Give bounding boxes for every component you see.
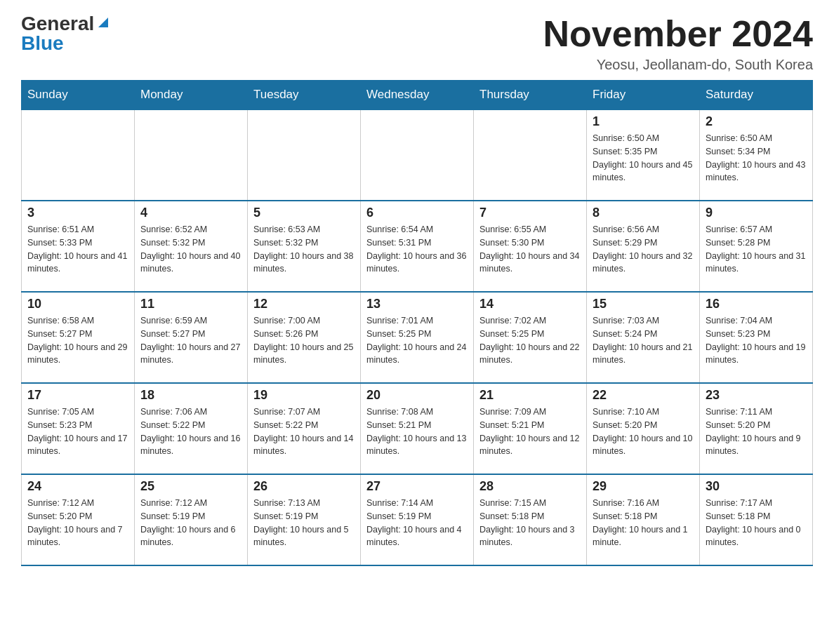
day-number: 11 — [140, 297, 241, 311]
day-number: 15 — [593, 297, 694, 311]
week-row-3: 10Sunrise: 6:58 AM Sunset: 5:27 PM Dayli… — [22, 292, 813, 383]
day-number: 21 — [479, 388, 581, 403]
day-number: 9 — [706, 206, 807, 220]
logo: General Blue — [21, 14, 111, 55]
weekday-header-monday: Monday — [135, 81, 248, 110]
calendar-cell — [248, 109, 361, 201]
day-info: Sunrise: 6:50 AM Sunset: 5:34 PM Dayligh… — [706, 132, 807, 185]
day-info: Sunrise: 7:01 AM Sunset: 5:25 PM Dayligh… — [366, 314, 468, 367]
day-number: 28 — [479, 479, 581, 494]
calendar-cell: 24Sunrise: 7:12 AM Sunset: 5:20 PM Dayli… — [22, 474, 135, 565]
day-number: 25 — [140, 479, 241, 494]
day-info: Sunrise: 7:00 AM Sunset: 5:26 PM Dayligh… — [253, 314, 355, 367]
month-title: November 2024 — [543, 14, 813, 54]
calendar-cell: 6Sunrise: 6:54 AM Sunset: 5:31 PM Daylig… — [361, 201, 474, 292]
week-row-1: 1Sunrise: 6:50 AM Sunset: 5:35 PM Daylig… — [22, 109, 813, 201]
day-info: Sunrise: 7:17 AM Sunset: 5:18 PM Dayligh… — [706, 497, 807, 549]
calendar-cell: 27Sunrise: 7:14 AM Sunset: 5:19 PM Dayli… — [361, 474, 474, 565]
calendar-cell: 18Sunrise: 7:06 AM Sunset: 5:22 PM Dayli… — [135, 383, 248, 474]
day-info: Sunrise: 7:14 AM Sunset: 5:19 PM Dayligh… — [366, 497, 468, 549]
day-info: Sunrise: 6:56 AM Sunset: 5:29 PM Dayligh… — [593, 223, 694, 276]
calendar-cell: 22Sunrise: 7:10 AM Sunset: 5:20 PM Dayli… — [587, 383, 700, 474]
calendar-cell: 25Sunrise: 7:12 AM Sunset: 5:19 PM Dayli… — [135, 474, 248, 565]
day-info: Sunrise: 7:12 AM Sunset: 5:20 PM Dayligh… — [27, 497, 128, 549]
calendar-cell: 30Sunrise: 7:17 AM Sunset: 5:18 PM Dayli… — [700, 474, 813, 565]
day-number: 30 — [706, 479, 807, 494]
day-info: Sunrise: 7:11 AM Sunset: 5:20 PM Dayligh… — [706, 405, 807, 458]
day-info: Sunrise: 7:07 AM Sunset: 5:22 PM Dayligh… — [253, 405, 355, 458]
day-info: Sunrise: 7:12 AM Sunset: 5:19 PM Dayligh… — [140, 497, 241, 549]
weekday-header-saturday: Saturday — [700, 81, 813, 110]
day-info: Sunrise: 7:05 AM Sunset: 5:23 PM Dayligh… — [27, 405, 128, 458]
calendar-cell — [361, 109, 474, 201]
day-number: 27 — [366, 479, 468, 494]
weekday-header-thursday: Thursday — [474, 81, 587, 110]
calendar-cell: 17Sunrise: 7:05 AM Sunset: 5:23 PM Dayli… — [22, 383, 135, 474]
calendar-cell: 16Sunrise: 7:04 AM Sunset: 5:23 PM Dayli… — [700, 292, 813, 383]
page-header: General Blue November 2024 Yeosu, Jeolla… — [21, 14, 813, 73]
calendar-cell: 9Sunrise: 6:57 AM Sunset: 5:28 PM Daylig… — [700, 201, 813, 292]
day-info: Sunrise: 7:08 AM Sunset: 5:21 PM Dayligh… — [366, 405, 468, 458]
day-info: Sunrise: 7:03 AM Sunset: 5:24 PM Dayligh… — [593, 314, 694, 367]
day-number: 7 — [479, 206, 581, 220]
day-info: Sunrise: 6:52 AM Sunset: 5:32 PM Dayligh… — [140, 223, 241, 276]
day-number: 5 — [253, 206, 355, 220]
day-number: 2 — [706, 114, 807, 129]
week-row-5: 24Sunrise: 7:12 AM Sunset: 5:20 PM Dayli… — [22, 474, 813, 565]
calendar-cell — [22, 109, 135, 201]
calendar-cell: 29Sunrise: 7:16 AM Sunset: 5:18 PM Dayli… — [587, 474, 700, 565]
calendar-cell — [474, 109, 587, 201]
day-info: Sunrise: 6:54 AM Sunset: 5:31 PM Dayligh… — [366, 223, 468, 276]
day-info: Sunrise: 7:09 AM Sunset: 5:21 PM Dayligh… — [479, 405, 581, 458]
day-number: 19 — [253, 388, 355, 403]
day-number: 4 — [140, 206, 241, 220]
day-info: Sunrise: 7:16 AM Sunset: 5:18 PM Dayligh… — [593, 497, 694, 549]
day-info: Sunrise: 7:06 AM Sunset: 5:22 PM Dayligh… — [140, 405, 241, 458]
day-number: 23 — [706, 388, 807, 403]
day-info: Sunrise: 6:59 AM Sunset: 5:27 PM Dayligh… — [140, 314, 241, 367]
calendar-cell: 3Sunrise: 6:51 AM Sunset: 5:33 PM Daylig… — [22, 201, 135, 292]
day-number: 17 — [27, 388, 128, 403]
calendar-cell: 28Sunrise: 7:15 AM Sunset: 5:18 PM Dayli… — [474, 474, 587, 565]
calendar-cell: 20Sunrise: 7:08 AM Sunset: 5:21 PM Dayli… — [361, 383, 474, 474]
weekday-header-row: SundayMondayTuesdayWednesdayThursdayFrid… — [22, 81, 813, 110]
calendar-cell: 8Sunrise: 6:56 AM Sunset: 5:29 PM Daylig… — [587, 201, 700, 292]
day-info: Sunrise: 6:50 AM Sunset: 5:35 PM Dayligh… — [593, 132, 694, 185]
day-number: 12 — [253, 297, 355, 311]
calendar-cell: 12Sunrise: 7:00 AM Sunset: 5:26 PM Dayli… — [248, 292, 361, 383]
day-number: 10 — [27, 297, 128, 311]
day-info: Sunrise: 7:04 AM Sunset: 5:23 PM Dayligh… — [706, 314, 807, 367]
day-info: Sunrise: 6:55 AM Sunset: 5:30 PM Dayligh… — [479, 223, 581, 276]
calendar-cell: 19Sunrise: 7:07 AM Sunset: 5:22 PM Dayli… — [248, 383, 361, 474]
day-info: Sunrise: 7:10 AM Sunset: 5:20 PM Dayligh… — [593, 405, 694, 458]
calendar-cell: 26Sunrise: 7:13 AM Sunset: 5:19 PM Dayli… — [248, 474, 361, 565]
day-number: 20 — [366, 388, 468, 403]
logo-general: General — [21, 14, 94, 34]
day-number: 18 — [140, 388, 241, 403]
logo-icon — [95, 15, 111, 30]
calendar-cell: 11Sunrise: 6:59 AM Sunset: 5:27 PM Dayli… — [135, 292, 248, 383]
day-number: 13 — [366, 297, 468, 311]
calendar-cell: 23Sunrise: 7:11 AM Sunset: 5:20 PM Dayli… — [700, 383, 813, 474]
day-number: 6 — [366, 206, 468, 220]
day-number: 8 — [593, 206, 694, 220]
title-area: November 2024 Yeosu, Jeollanam-do, South… — [543, 14, 813, 73]
day-info: Sunrise: 7:02 AM Sunset: 5:25 PM Dayligh… — [479, 314, 581, 367]
day-number: 29 — [593, 479, 694, 494]
calendar-cell: 4Sunrise: 6:52 AM Sunset: 5:32 PM Daylig… — [135, 201, 248, 292]
calendar-cell: 7Sunrise: 6:55 AM Sunset: 5:30 PM Daylig… — [474, 201, 587, 292]
week-row-2: 3Sunrise: 6:51 AM Sunset: 5:33 PM Daylig… — [22, 201, 813, 292]
week-row-4: 17Sunrise: 7:05 AM Sunset: 5:23 PM Dayli… — [22, 383, 813, 474]
weekday-header-sunday: Sunday — [22, 81, 135, 110]
day-info: Sunrise: 6:57 AM Sunset: 5:28 PM Dayligh… — [706, 223, 807, 276]
day-number: 26 — [253, 479, 355, 494]
day-number: 1 — [593, 114, 694, 129]
weekday-header-tuesday: Tuesday — [248, 81, 361, 110]
logo-blue: Blue — [21, 32, 64, 55]
day-info: Sunrise: 7:13 AM Sunset: 5:19 PM Dayligh… — [253, 497, 355, 549]
calendar-cell: 2Sunrise: 6:50 AM Sunset: 5:34 PM Daylig… — [700, 109, 813, 201]
calendar-cell: 13Sunrise: 7:01 AM Sunset: 5:25 PM Dayli… — [361, 292, 474, 383]
calendar-cell: 14Sunrise: 7:02 AM Sunset: 5:25 PM Dayli… — [474, 292, 587, 383]
day-number: 22 — [593, 388, 694, 403]
day-number: 3 — [27, 206, 128, 220]
